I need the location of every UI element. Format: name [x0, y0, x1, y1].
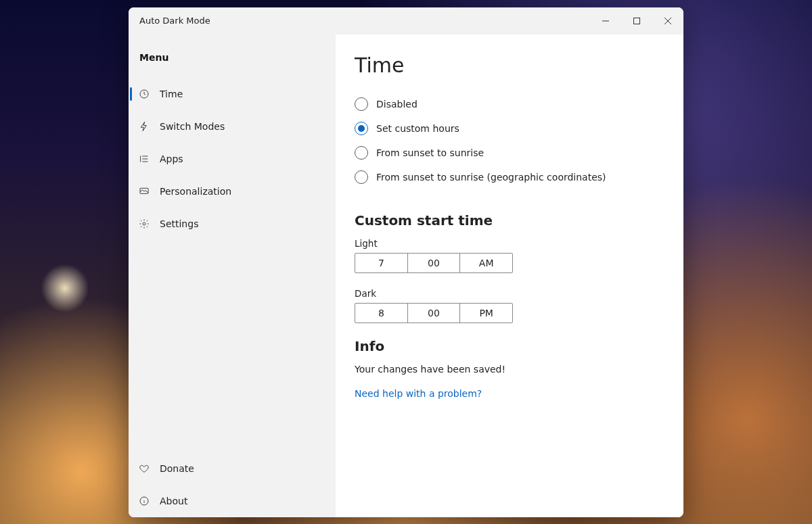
maximize-button[interactable]: [621, 7, 652, 34]
radio-sunset-sunrise[interactable]: From sunset to sunrise: [355, 146, 664, 160]
sidebar-item-label: Personalization: [160, 186, 231, 197]
svg-rect-0: [634, 18, 640, 24]
radio-label: Set custom hours: [376, 123, 459, 134]
svg-point-3: [143, 222, 145, 225]
sidebar-item-settings[interactable]: Settings: [129, 208, 336, 240]
dark-time-picker[interactable]: 8 00 PM: [355, 303, 513, 323]
personalization-icon: [138, 185, 150, 197]
custom-start-time-heading: Custom start time: [355, 212, 664, 229]
clock-icon: [138, 88, 150, 100]
light-minute[interactable]: 00: [407, 254, 460, 272]
sidebar: Menu Time Switch Modes: [129, 34, 336, 517]
minimize-button[interactable]: [590, 7, 621, 34]
sidebar-item-donate[interactable]: Donate: [129, 452, 336, 485]
sidebar-item-time[interactable]: Time: [129, 78, 336, 110]
maximize-icon: [633, 18, 640, 24]
info-heading: Info: [355, 338, 664, 354]
sidebar-nav: Time Switch Modes Apps: [129, 78, 336, 240]
heart-icon: [138, 462, 150, 475]
radio-icon: [355, 97, 368, 111]
radio-label: Disabled: [376, 99, 418, 110]
page-title: Time: [355, 53, 664, 77]
radio-icon: [355, 170, 368, 184]
mode-radio-group: Disabled Set custom hours From sunset to…: [355, 97, 664, 184]
sidebar-item-label: Time: [160, 89, 183, 99]
radio-label: From sunset to sunrise (geographic coord…: [376, 172, 606, 183]
radio-disabled[interactable]: Disabled: [355, 97, 664, 111]
radio-custom-hours[interactable]: Set custom hours: [355, 122, 664, 135]
sidebar-item-personalization[interactable]: Personalization: [129, 175, 336, 208]
dark-minute[interactable]: 00: [407, 304, 460, 323]
sidebar-footer: Donate About: [129, 452, 336, 517]
sidebar-item-label: Settings: [160, 218, 198, 229]
sidebar-item-label: Donate: [160, 463, 194, 474]
light-ampm[interactable]: AM: [459, 254, 512, 272]
close-icon: [664, 18, 671, 24]
window-title: Auto Dark Mode: [129, 16, 210, 26]
lightning-icon: [138, 120, 150, 133]
sidebar-item-switch-modes[interactable]: Switch Modes: [129, 110, 336, 143]
dark-ampm[interactable]: PM: [459, 304, 512, 323]
radio-sunset-sunrise-geo[interactable]: From sunset to sunrise (geographic coord…: [355, 170, 664, 184]
dark-hour[interactable]: 8: [355, 304, 407, 323]
info-text: Your changes have been saved!: [355, 364, 664, 375]
radio-icon: [355, 122, 368, 135]
info-icon: [138, 495, 150, 507]
sidebar-item-about[interactable]: About: [129, 485, 336, 517]
close-button[interactable]: [652, 7, 683, 34]
light-label: Light: [355, 238, 664, 249]
sidebar-item-label: Apps: [160, 153, 183, 164]
app-window: Auto Dark Mode Menu Time: [129, 7, 683, 517]
light-hour[interactable]: 7: [355, 254, 407, 272]
sidebar-header: Menu: [129, 43, 336, 78]
help-link[interactable]: Need help with a problem?: [355, 388, 664, 399]
title-bar: Auto Dark Mode: [129, 7, 683, 34]
gear-icon: [138, 218, 150, 230]
radio-label: From sunset to sunrise: [376, 147, 484, 158]
sidebar-item-label: About: [160, 496, 187, 506]
sidebar-item-apps[interactable]: Apps: [129, 143, 336, 175]
minimize-icon: [602, 18, 609, 24]
list-icon: [138, 153, 150, 165]
window-controls: [590, 7, 683, 34]
dark-label: Dark: [355, 288, 664, 299]
light-time-picker[interactable]: 7 00 AM: [355, 253, 513, 273]
sidebar-item-label: Switch Modes: [160, 121, 225, 132]
radio-icon: [355, 146, 368, 160]
main-content: Time Disabled Set custom hours From suns…: [336, 34, 683, 517]
